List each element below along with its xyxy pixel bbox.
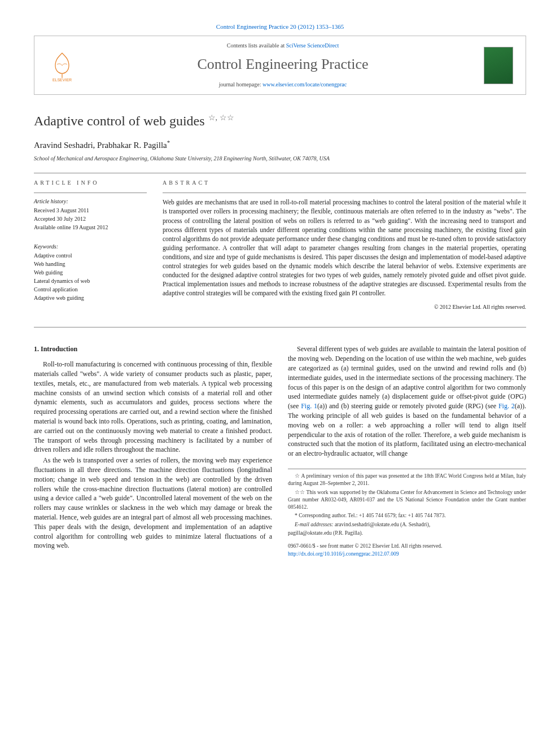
article-info-heading: ARTICLE INFO	[34, 179, 147, 187]
abstract-heading: ABSTRACT	[163, 179, 526, 187]
email-1: aravind.seshadri@okstate.edu (A. Seshadr…	[335, 522, 430, 527]
contents-line: Contents lists available at SciVerse Sci…	[82, 42, 484, 50]
contents-prefix: Contents lists available at	[227, 42, 286, 49]
bottom-meta: 0967-0661/$ - see front matter © 2012 El…	[288, 543, 526, 558]
keywords-label: Keywords:	[34, 243, 147, 251]
keyword: Adaptive web guiding	[34, 294, 147, 302]
para3-part-c: (a)). The working principle of all web g…	[288, 402, 526, 457]
emails-label: E-mail addresses:	[295, 522, 334, 527]
keyword: Control application	[34, 286, 147, 294]
para3-part-b: (a)) and (b) steering guide or remotely …	[317, 402, 498, 410]
fig2-link[interactable]: Fig. 2	[498, 402, 515, 410]
citation-header: Control Engineering Practice 20 (2012) 1…	[34, 23, 526, 31]
divider	[34, 327, 526, 327]
article-title: Adaptive control of web guides ☆, ☆☆	[34, 112, 526, 131]
homepage-prefix: journal homepage:	[219, 81, 262, 88]
intro-para-3: Several different types of web guides ar…	[288, 344, 526, 458]
footnote-star1: ☆ A preliminary version of this paper wa…	[288, 473, 526, 488]
footnote-emails: E-mail addresses: aravind.seshadri@oksta…	[288, 521, 526, 528]
publisher-logo-block: ELSEVIER	[42, 49, 82, 82]
article-history-block: Article history: Received 3 August 2011 …	[34, 193, 147, 231]
divider	[34, 173, 526, 173]
keyword: Adaptive control	[34, 252, 147, 260]
history-online: Available online 19 August 2012	[34, 224, 147, 231]
corresponding-mark: *	[167, 139, 170, 146]
footnote-star2: ☆☆ This work was supported by the Oklaho…	[288, 489, 526, 512]
elsevier-tree-icon: ELSEVIER	[47, 49, 77, 82]
author-names: Aravind Seshadri, Prabhakar R. Pagilla	[34, 141, 167, 150]
homepage-line: journal homepage: www.elsevier.com/locat…	[82, 81, 484, 89]
keywords-block: Keywords: Adaptive control Web handling …	[34, 238, 147, 302]
svg-text:ELSEVIER: ELSEVIER	[53, 78, 72, 82]
footnotes-block: ☆ A preliminary version of this paper wa…	[288, 469, 526, 558]
affiliation: School of Mechanical and Aerospace Engin…	[34, 155, 526, 163]
abstract-column: ABSTRACT Web guides are mechanisms that …	[163, 179, 526, 311]
footnote-corresponding: * Corresponding author. Tel.: +1 405 744…	[288, 512, 526, 519]
homepage-link[interactable]: www.elsevier.com/locate/conengprac	[262, 81, 347, 88]
para3-part-a: Several different types of web guides ar…	[288, 345, 526, 410]
footnote-email-2: pagilla@okstate.edu (P.R. Pagilla).	[288, 530, 526, 537]
doi-link[interactable]: http://dx.doi.org/10.1016/j.conengprac.2…	[288, 551, 399, 557]
abstract-text: Web guides are mechanisms that are used …	[163, 193, 526, 298]
title-text: Adaptive control of web guides	[34, 113, 205, 128]
authors-line: Aravind Seshadri, Prabhakar R. Pagilla*	[34, 138, 526, 151]
citation-link[interactable]: Control Engineering Practice 20 (2012) 1…	[216, 23, 344, 30]
intro-para-2: As the web is transported over a series …	[34, 456, 272, 551]
section-1-heading: 1. Introduction	[34, 344, 272, 354]
abstract-copyright: © 2012 Elsevier Ltd. All rights reserved…	[163, 303, 526, 311]
journal-title: Control Engineering Practice	[82, 54, 484, 75]
fig1-link[interactable]: Fig. 1	[301, 402, 317, 410]
intro-para-1: Roll-to-roll manufacturing is concerned …	[34, 360, 272, 455]
keyword: Web guiding	[34, 269, 147, 277]
sciencedirect-link[interactable]: SciVerse ScienceDirect	[286, 42, 339, 49]
body-two-column: 1. Introduction Roll-to-roll manufacturi…	[34, 344, 526, 558]
history-label: Article history:	[34, 198, 147, 206]
article-info-column: ARTICLE INFO Article history: Received 3…	[34, 179, 147, 311]
history-received: Received 3 August 2011	[34, 207, 147, 215]
journal-banner: ELSEVIER Contents lists available at Sci…	[34, 36, 526, 94]
keyword: Lateral dynamics of web	[34, 277, 147, 285]
journal-cover-icon	[484, 47, 513, 84]
history-accepted: Accepted 30 July 2012	[34, 215, 147, 223]
issn-line: 0967-0661/$ - see front matter © 2012 El…	[288, 543, 526, 550]
title-footnote-marks: ☆, ☆☆	[208, 113, 234, 122]
cover-thumb-block	[484, 47, 518, 84]
keyword: Web handling	[34, 260, 147, 268]
